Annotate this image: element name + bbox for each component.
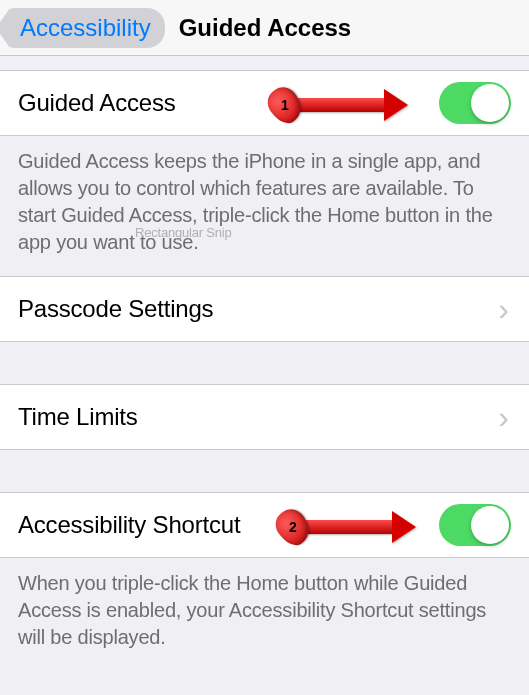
guided-access-row: Guided Access 1	[0, 70, 529, 136]
time-limits-row[interactable]: Time Limits ›	[0, 384, 529, 450]
back-button-label: Accessibility	[20, 14, 151, 42]
annotation-badge-1: 1	[262, 82, 308, 129]
annotation-badge-2: 2	[270, 504, 316, 551]
accessibility-shortcut-row: Accessibility Shortcut 2	[0, 492, 529, 558]
annotation-1: 1	[270, 87, 408, 123]
time-limits-label: Time Limits	[18, 403, 138, 431]
toggle-knob	[471, 506, 509, 544]
chevron-right-icon: ›	[498, 401, 509, 433]
guided-access-label: Guided Access	[18, 89, 176, 117]
passcode-settings-row[interactable]: Passcode Settings ›	[0, 276, 529, 342]
back-button[interactable]: Accessibility	[8, 8, 165, 48]
passcode-settings-label: Passcode Settings	[18, 295, 213, 323]
chevron-right-icon: ›	[498, 293, 509, 325]
accessibility-shortcut-label: Accessibility Shortcut	[18, 511, 240, 539]
guided-access-toggle[interactable]	[439, 82, 511, 124]
annotation-arrow-head	[392, 511, 416, 543]
accessibility-shortcut-footer: When you triple-click the Home button wh…	[0, 558, 529, 671]
navigation-bar: Accessibility Guided Access	[0, 0, 529, 56]
rectangular-snip-artifact: Rectangular Snip	[135, 224, 232, 242]
accessibility-shortcut-toggle[interactable]	[439, 504, 511, 546]
page-title: Guided Access	[179, 14, 352, 42]
annotation-arrow-body	[296, 98, 386, 112]
toggle-knob	[471, 84, 509, 122]
annotation-2: 2	[278, 509, 416, 545]
annotation-arrow-body	[304, 520, 394, 534]
annotation-arrow-head	[384, 89, 408, 121]
guided-access-footer: Guided Access keeps the iPhone in a sing…	[0, 136, 529, 276]
